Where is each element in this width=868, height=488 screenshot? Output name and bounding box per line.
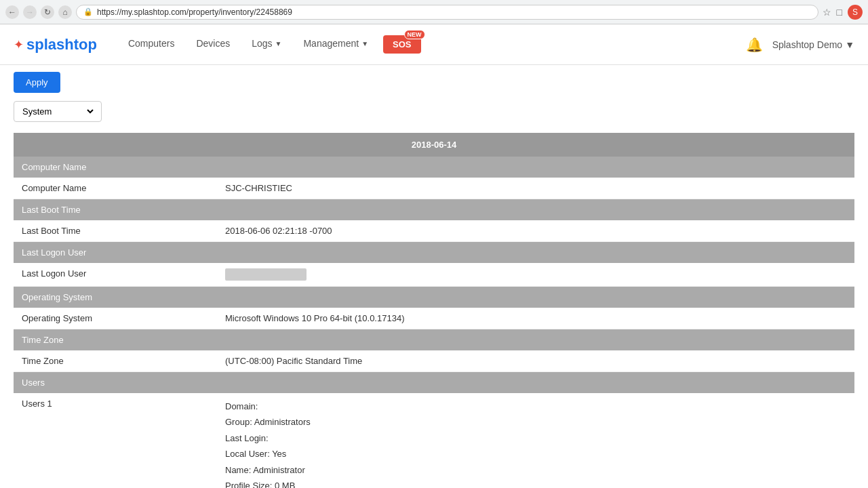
users-1-value: Domain: Group: Administrators Last Login… [217,393,854,488]
browser-chrome: ← → ↻ ⌂ 🔒 https://my.splashtop.com/prope… [0,0,868,24]
address-bar[interactable]: 🔒 https://my.splashtop.com/property/inve… [76,5,818,20]
nav-management[interactable]: Management ▼ [292,24,379,65]
user-menu-arrow: ▼ [845,39,854,50]
nav-links: Computers Devices Logs ▼ Management ▼ SO… [117,24,746,65]
logo-text: splashtop [26,36,97,54]
users-1-detail: Domain: Group: Administrators Last Login… [225,399,846,488]
logs-dropdown-arrow: ▼ [275,40,282,47]
computer-name-row: Computer Name SJC-CHRISTIEC [14,178,854,199]
users-1-label: Users 1 [14,393,217,488]
timezone-value: (UTC-08:00) Pacific Standard Time [217,350,854,372]
user-menu[interactable]: Splashtop Demo ▼ [772,39,854,50]
user-profile-icon[interactable]: S [848,5,863,20]
navbar: ✦ splashtop Computers Devices Logs ▼ Man… [0,24,868,65]
last-logon-row: Last Logon User [14,263,854,287]
bell-icon[interactable]: 🔔 [746,37,763,53]
management-dropdown-arrow: ▼ [361,40,368,47]
apply-button[interactable]: Apply [14,72,60,93]
section-header-computer-name: Computer Name [14,157,854,178]
window-icon[interactable]: □ [837,7,842,18]
timezone-label: Time Zone [14,350,217,372]
nav-devices[interactable]: Devices [185,24,241,65]
logo[interactable]: ✦ splashtop [14,36,97,54]
os-section-label: Operating System [14,287,854,308]
date-header: 2018-06-14 [14,133,854,157]
url-text: https://my.splashtop.com/property/invent… [97,7,292,17]
last-logon-section-label: Last Logon User [14,242,854,264]
os-row: Operating System Microsoft Windows 10 Pr… [14,308,854,329]
sos-button[interactable]: SOS NEW [383,35,420,54]
computer-name-section-label: Computer Name [14,157,854,178]
system-dropdown[interactable]: System [14,101,102,122]
user1-group: Group: Administrators [225,414,846,430]
nav-right: 🔔 Splashtop Demo ▼ [746,37,854,53]
last-logon-value [217,263,854,287]
section-header-os: Operating System [14,287,854,308]
nav-logs[interactable]: Logs ▼ [241,24,292,65]
last-boot-section-label: Last Boot Time [14,199,854,221]
last-logon-label: Last Logon User [14,263,217,287]
user1-last-login: Last Login: [225,430,846,446]
users-section-label: Users [14,372,854,394]
computer-name-value: SJC-CHRISTIEC [217,178,854,199]
user1-domain: Domain: [225,399,846,414]
timezone-section-label: Time Zone [14,329,854,351]
lock-icon: 🔒 [83,7,93,16]
page-content: Apply System 2018-06-14 Computer Name Co… [0,65,868,488]
section-header-users: Users [14,372,854,394]
user1-local-user: Local User: Yes [225,446,846,462]
data-table: 2018-06-14 Computer Name Computer Name S… [14,133,854,488]
os-label: Operating System [14,308,217,329]
timezone-row: Time Zone (UTC-08:00) Pacific Standard T… [14,350,854,372]
section-header-last-logon: Last Logon User [14,242,854,264]
browser-actions: ☆ □ S [823,5,863,20]
user1-profile-size: Profile Size: 0 MB [225,478,846,488]
forward-button[interactable]: → [23,5,37,19]
logo-star-icon: ✦ [14,37,24,52]
section-header-timezone: Time Zone [14,329,854,351]
redacted-value [225,268,307,281]
os-value: Microsoft Windows 10 Pro 64-bit (10.0.17… [217,308,854,329]
section-header-last-boot: Last Boot Time [14,199,854,221]
nav-computers[interactable]: Computers [117,24,185,65]
last-boot-value: 2018-06-06 02:21:18 -0700 [217,220,854,242]
users-1-row: Users 1 Domain: Group: Administrators La… [14,393,854,488]
user1-name: Name: Administrator [225,462,846,478]
last-boot-label: Last Boot Time [14,220,217,242]
system-select[interactable]: System [20,106,96,117]
sos-new-badge: NEW [404,30,425,39]
back-button[interactable]: ← [5,5,19,19]
home-button[interactable]: ⌂ [58,5,72,19]
bookmark-icon[interactable]: ☆ [823,7,831,18]
computer-name-label: Computer Name [14,178,217,199]
last-boot-row: Last Boot Time 2018-06-06 02:21:18 -0700 [14,220,854,242]
reload-button[interactable]: ↻ [41,5,54,19]
date-header-row: 2018-06-14 [14,133,854,157]
